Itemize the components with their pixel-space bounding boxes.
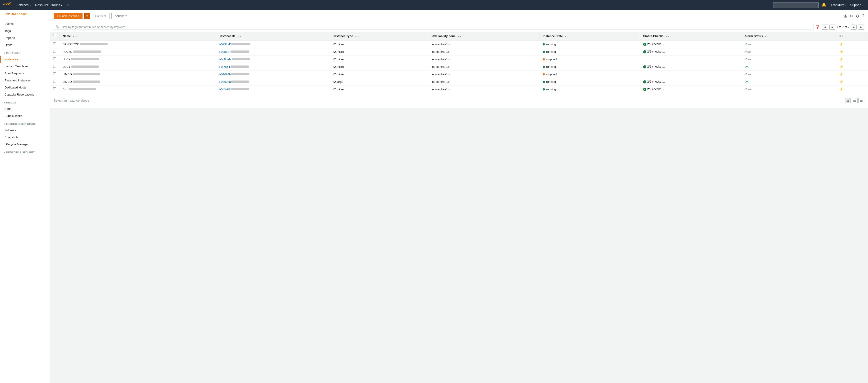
state-dot-icon [543, 58, 545, 60]
sidebar-item-lifecycle-manager[interactable]: Lifecycle Manager [0, 141, 50, 148]
instance-id-link[interactable]: i-093fd43 [219, 42, 232, 46]
view-icon-bottom-button[interactable]: ⊟ [851, 98, 858, 103]
help-icon[interactable]: ? [862, 13, 864, 19]
row-action-icon[interactable]: ⚡ [839, 42, 843, 46]
resource-groups-nav[interactable]: Resource Groups ▾ [33, 2, 64, 8]
instance-id-link[interactable]: i-0ea8e7 [219, 50, 231, 54]
actions-button[interactable]: Actions ▾ [112, 13, 130, 19]
row-checkbox[interactable] [53, 50, 56, 53]
sidebar-item-tags[interactable]: Tags [0, 27, 50, 34]
launch-instance-button[interactable]: Launch Instance [54, 13, 83, 19]
col-alarm-status[interactable]: Alarm Status ▲▼ [741, 32, 836, 40]
row-action-cell[interactable]: ⚡ [836, 63, 868, 70]
row-checkbox[interactable] [53, 42, 56, 45]
col-instance-type[interactable]: Instance Type ▲▼ [330, 32, 429, 40]
view-icon-split-button[interactable]: ⊟ [845, 98, 851, 103]
row-checkbox-cell[interactable] [50, 63, 60, 70]
connect-button[interactable]: Connect [92, 13, 110, 19]
row-checkbox[interactable] [53, 80, 56, 83]
global-search-input[interactable] [773, 2, 819, 8]
bell-icon[interactable]: 🔔 [819, 2, 828, 8]
select-all-checkbox-col[interactable] [50, 32, 60, 40]
row-action-icon[interactable]: ⚡ [839, 87, 843, 91]
instance-name-blurred: ████████████████████████ [73, 51, 101, 53]
settings-icon[interactable]: ⚙ [856, 13, 859, 19]
col-name[interactable]: Name ▲▼ [60, 32, 216, 40]
table-row[interactable]: LIMBO████████████████████████i-01694bt2.… [50, 70, 868, 78]
row-action-cell[interactable]: ⚡ [836, 78, 868, 86]
row-checkbox[interactable] [53, 65, 56, 68]
row-action-icon[interactable]: ⚡ [839, 65, 843, 68]
sidebar-item-snapshots[interactable]: Snapshots [0, 134, 50, 141]
instance-id-link[interactable]: i-0c6befa [219, 58, 231, 61]
row-checkbox[interactable] [53, 87, 56, 90]
sidebar-item-dashboard[interactable]: EC2 Dashboard [0, 10, 50, 18]
row-instance-id-cell: i-0f7864 [216, 63, 330, 70]
state-dot-icon [543, 88, 545, 90]
table-row[interactable]: LUCY████████████████████████i-0c6befat2.… [50, 56, 868, 63]
col-instance-id[interactable]: Instance ID ▲▼ [216, 32, 330, 40]
row-type-cell: t2.micro [330, 86, 429, 93]
sidebar-item-events[interactable]: Events [0, 20, 50, 27]
table-row[interactable]: PLUTO████████████████████████i-0ea8e7t2.… [50, 48, 868, 56]
favorites-icon[interactable]: ☆ [65, 2, 72, 8]
services-nav[interactable]: Services ▾ [14, 2, 32, 8]
sidebar-item-volumes[interactable]: Volumes [0, 127, 50, 134]
table-row[interactable]: Box████i-0f5a28t2.microeu-central-1brunn… [50, 86, 868, 93]
instance-id-link[interactable]: i-0f5a28 [219, 88, 230, 91]
row-checkbox-cell[interactable] [50, 70, 60, 78]
region-selector[interactable]: Frankfurt ▾ [829, 2, 847, 8]
launch-instance-dropdown-button[interactable]: ▾ [84, 13, 90, 19]
sidebar-item-launch-templates[interactable]: Launch Templates [0, 63, 50, 70]
col-availability-zone[interactable]: Availability Zone ▲▼ [429, 32, 539, 40]
row-checkbox[interactable] [53, 57, 56, 60]
view-icon-side-button[interactable]: ⊞ [859, 98, 864, 103]
refresh-icon[interactable]: ↻ [849, 13, 853, 19]
sidebar-item-capacity-reservations[interactable]: Capacity Reservations [0, 91, 50, 98]
row-action-cell[interactable]: ⚡ [836, 70, 868, 78]
sidebar-item-reports[interactable]: Reports [0, 34, 50, 41]
filter-help-icon[interactable]: ❓ [815, 25, 820, 29]
row-checkbox-cell[interactable] [50, 56, 60, 63]
row-action-icon[interactable]: ⚡ [839, 50, 843, 54]
instance-id-link[interactable]: i-01694b [219, 72, 231, 76]
row-action-icon[interactable]: ⚡ [839, 57, 843, 61]
row-action-cell[interactable]: ⚡ [836, 40, 868, 48]
select-all-checkbox[interactable] [53, 34, 56, 37]
pagination-next-button[interactable]: ▶ [851, 25, 857, 30]
sidebar-item-limits[interactable]: Limits [0, 41, 50, 49]
col-status-checks[interactable]: Status Checks ▲▼ [640, 32, 741, 40]
pagination-last-button[interactable]: ▶| [858, 25, 864, 30]
row-action-icon[interactable]: ⚡ [839, 80, 843, 84]
row-checkbox-cell[interactable] [50, 86, 60, 93]
instance-id-link[interactable]: i-0f7864 [219, 65, 230, 68]
row-action-icon[interactable]: ⚡ [839, 72, 843, 76]
row-checkbox-cell[interactable] [50, 48, 60, 56]
pagination-prev-button[interactable]: ◀ [829, 25, 835, 30]
support-nav[interactable]: Support ▾ [848, 2, 865, 8]
row-action-cell[interactable]: ⚡ [836, 86, 868, 93]
table-row[interactable]: LUCY████████████████████████i-0f7864t2.m… [50, 63, 868, 70]
sidebar-item-bundle-tasks[interactable]: Bundle Tasks [0, 112, 50, 119]
table-row[interactable]: SANDFROG████████████████████████i-093fd4… [50, 40, 868, 48]
row-checkbox-cell[interactable] [50, 40, 60, 48]
row-checkbox[interactable] [53, 72, 56, 75]
instance-id-link[interactable]: i-0a608a [219, 80, 231, 84]
instance-name-blurred: ████████████████████████ [71, 58, 99, 60]
pagination-first-button[interactable]: |◀ [822, 25, 828, 30]
col-public[interactable]: Pu [836, 32, 868, 40]
table-row[interactable]: LIMBO████████████████████████i-0a608at2.… [50, 78, 868, 86]
filter-input[interactable] [61, 25, 811, 29]
col-instance-state[interactable]: Instance State ▲▼ [539, 32, 640, 40]
sidebar-section-ebs: ▾ ELASTIC BLOCK STORE [0, 119, 50, 127]
sidebar-item-spot-requests[interactable]: Spot Requests [0, 70, 50, 77]
sidebar-item-reserved-instances[interactable]: Reserved Instances [0, 77, 50, 84]
sidebar-item-amis[interactable]: AMIs [0, 105, 50, 112]
sidebar-item-dedicated-hosts[interactable]: Dedicated Hosts [0, 84, 50, 91]
row-name-cell: Box████ [60, 86, 216, 93]
beaker-icon[interactable]: ⚗ [843, 13, 847, 19]
row-action-cell[interactable]: ⚡ [836, 56, 868, 63]
row-action-cell[interactable]: ⚡ [836, 48, 868, 56]
row-checkbox-cell[interactable] [50, 78, 60, 86]
sidebar-item-instances[interactable]: Instances [0, 56, 50, 63]
